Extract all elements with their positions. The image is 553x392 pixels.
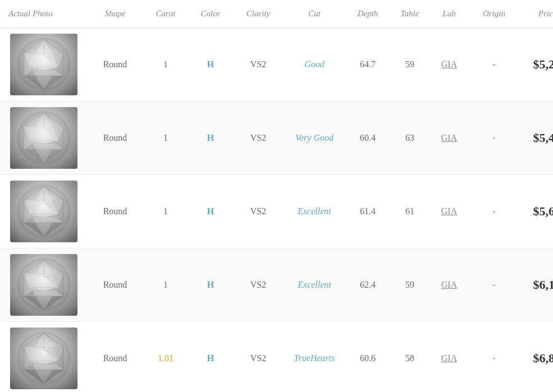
col-header-price: Price (519, 6, 553, 22)
diamond-image (10, 328, 77, 389)
price-cell: $5,240 (519, 52, 553, 77)
clarity-cell: VS2 (233, 274, 284, 296)
clarity-cell: VS2 (233, 201, 284, 222)
depth-cell: 64.7 (345, 54, 390, 75)
cut-cell: Excellent (284, 201, 345, 222)
svg-marker-60 (33, 217, 55, 223)
color-cell: H (188, 274, 233, 296)
col-header-cut: Cut (284, 6, 345, 22)
price-cell: $6,850 (519, 345, 553, 371)
diamond-image (10, 34, 77, 95)
diamond-photo-cell (0, 102, 87, 174)
origin-cell: - (469, 127, 519, 149)
col-header-origin: Origin (469, 6, 519, 22)
depth-cell: 61.4 (345, 201, 390, 222)
diamond-photo-cell (0, 175, 87, 248)
origin-cell: - (469, 348, 519, 369)
origin-cell: - (469, 54, 519, 75)
shape-cell: Round (87, 127, 143, 149)
table-header: Actual Photo Shape Carat Color Clarity C… (0, 0, 553, 28)
lab-cell[interactable]: GIA (429, 201, 469, 222)
table-row: Round 1 H VS2 Very Good 60.4 63 GIA - $5… (0, 102, 553, 175)
table-row: Round 1 H VS2 Excellent 62.4 59 GIA - $6… (0, 248, 553, 322)
col-header-clarity: Clarity (233, 6, 284, 22)
diamond-photo-cell (0, 248, 87, 321)
color-cell: H (188, 54, 233, 75)
col-header-color: Color (188, 6, 233, 22)
diamond-photo-cell (0, 28, 87, 101)
cut-cell: Excellent (284, 274, 345, 296)
origin-cell: - (469, 201, 519, 222)
cut-cell: Good (284, 54, 345, 75)
col-header-lab: Lab (429, 6, 469, 22)
shape-cell: Round (87, 201, 143, 222)
lab-cell[interactable]: GIA (429, 127, 469, 149)
depth-cell: 62.4 (345, 274, 390, 296)
diamond-image (10, 181, 77, 242)
diamond-photo-cell (0, 322, 87, 392)
table-cell: 61 (390, 201, 429, 222)
table-cell: 59 (390, 54, 429, 75)
table-cell: 59 (390, 274, 429, 296)
color-cell: H (188, 127, 233, 149)
diamond-image (10, 254, 77, 316)
svg-marker-38 (33, 144, 55, 149)
clarity-cell: VS2 (233, 54, 284, 75)
lab-cell[interactable]: GIA (429, 54, 469, 75)
color-cell: H (188, 348, 233, 369)
cut-cell: Very Good (284, 127, 345, 149)
color-cell: H (188, 201, 233, 222)
svg-marker-82 (33, 290, 55, 296)
carat-cell: 1.01 (143, 348, 188, 369)
col-header-carat: Carat (143, 6, 188, 22)
col-header-shape: Shape (87, 6, 143, 22)
lab-cell[interactable]: GIA (429, 348, 469, 369)
diamond-image (10, 107, 77, 169)
clarity-cell: VS2 (233, 127, 284, 149)
table-row: Round 1 H VS2 Good 64.7 59 GIA - $5,240 (0, 28, 553, 102)
price-cell: $5,670 (519, 199, 553, 224)
carat-cell: 1 (143, 127, 188, 149)
col-header-photo: Actual Photo (0, 6, 87, 22)
clarity-cell: VS2 (233, 348, 284, 369)
carat-cell: 1 (143, 274, 188, 296)
carat-cell: 1 (143, 54, 188, 75)
cut-cell: TrueHearts (284, 348, 345, 369)
diamond-table: Actual Photo Shape Carat Color Clarity C… (0, 0, 553, 392)
shape-cell: Round (87, 54, 143, 75)
price-cell: $5,430 (519, 125, 553, 151)
table-body: Round 1 H VS2 Good 64.7 59 GIA - $5,240 (0, 28, 553, 392)
table-cell: 63 (390, 127, 429, 149)
table-cell: 58 (390, 348, 429, 369)
shape-cell: Round (87, 274, 143, 296)
origin-cell: - (469, 274, 519, 296)
col-header-depth: Depth (345, 6, 390, 22)
depth-cell: 60.4 (345, 127, 390, 149)
carat-cell: 1 (143, 201, 188, 222)
lab-cell[interactable]: GIA (429, 274, 469, 296)
col-header-table: Table (390, 6, 429, 22)
svg-marker-104 (33, 364, 55, 370)
depth-cell: 60.6 (345, 348, 390, 369)
price-cell: $6,100 (519, 272, 553, 298)
table-row: Round 1 H VS2 Excellent 61.4 61 GIA - $5… (0, 175, 553, 248)
svg-marker-16 (33, 70, 55, 76)
shape-cell: Round (87, 348, 143, 369)
table-row: Round 1.01 H VS2 TrueHearts 60.6 58 GIA … (0, 322, 553, 392)
